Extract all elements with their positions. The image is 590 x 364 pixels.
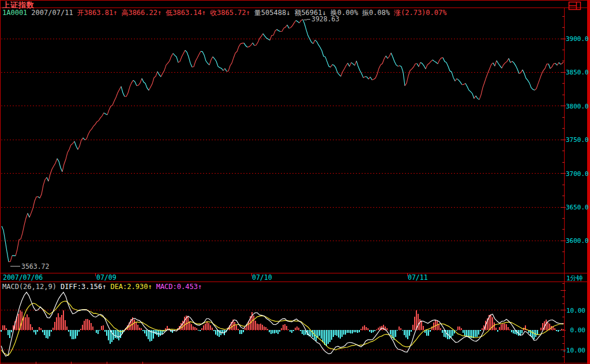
quote-info-field: 涨(2.73)0.07% [394,9,446,17]
macd-bar-negative [475,330,476,337]
macd-header-field: DIFF:3.156↑ [61,283,106,291]
macd-bar-positive [258,324,260,330]
window-layout-icon[interactable] [568,1,582,12]
macd-bar-positive [284,324,285,330]
macd-bar-negative [155,330,156,334]
macd-bar-negative [279,330,280,332]
macd-bar-positive [137,325,138,330]
macd-bar-positive [84,321,85,330]
macd-bar-negative [146,330,147,336]
macd-bar-positive [56,317,57,330]
macd-bar-negative [96,330,97,333]
macd-bar-negative [44,330,45,335]
macd-bar-positive [210,325,211,330]
macd-bar-negative [397,330,398,331]
macd-bar-negative [241,330,242,334]
quote-info-field: 换0.00% [330,9,358,17]
macd-bar-negative [110,330,111,344]
macd-bar-positive [386,328,388,330]
macd-bar-positive [4,325,5,330]
macd-bar-positive [360,329,362,330]
macd-bar-positive [265,327,266,330]
macd-bar-negative [407,330,408,339]
macd-bar-positive [461,328,462,330]
macd-axis-label: 10.00 [566,307,585,314]
macd-bar-positive [283,325,284,330]
macd-bar-positive [457,327,459,330]
macd-bar-negative [293,330,294,331]
macd-bar-negative [142,330,144,331]
macd-bar-negative [106,330,107,336]
macd-bar-negative [291,330,292,333]
macd-bar-positive [6,328,7,330]
y-axis-label: 3600.0 [566,237,589,245]
macd-bar-negative [348,330,350,333]
macd-bar-positive [18,314,19,330]
macd-bar-positive [264,327,265,330]
macd-bar-negative [322,330,324,342]
macd-bar-positive [238,329,239,330]
macd-bar-negative [559,330,561,331]
macd-bar-negative [77,330,78,336]
macd-bar-negative [404,330,405,335]
main-chart-region[interactable] [1,16,563,273]
macd-bar-positive [260,324,261,330]
macd-bar-positive [139,328,140,330]
macd-bar-negative [9,330,10,338]
macd-bar-positive [400,328,401,330]
macd-bar-positive [288,329,289,330]
quote-info-field: 额56961↓ [294,9,326,17]
macd-bar-positive [482,328,483,330]
macd-bar-negative [374,330,375,331]
macd-bar-negative [478,330,479,335]
macd-bar-positive [196,328,197,330]
macd-bar-positive [63,310,64,330]
macd-bar-negative [153,330,154,339]
macd-bar-positive [421,321,422,330]
macd-bar-positive [89,320,90,330]
macd-bar-positive [495,328,497,330]
macd-bar-positive [30,324,31,330]
macd-bar-positive [257,324,258,330]
macd-bar-positive [87,319,88,330]
macd-bar-negative [371,330,372,333]
macd-bar-positive [418,314,419,330]
macd-bar-negative [158,330,159,337]
macd-bar-positive [40,328,42,330]
macd-bar-positive [101,326,102,330]
macd-bar-negative [442,330,443,333]
macd-bar-positive [66,327,67,330]
macd-bar-positive [362,327,363,330]
y-axis-label: 3750.0 [566,136,589,144]
macd-bar-positive [80,329,81,330]
macd-bar-positive [27,314,28,330]
interval-label[interactable]: 1分钟 [566,274,587,283]
y-axis-label: 3650.0 [566,204,589,211]
y-axis-label: 3700.0 [566,170,589,178]
macd-bar-positive [501,324,502,330]
macd-bar-positive [61,315,62,330]
macd-bar-negative [269,330,270,332]
macd-bar-negative [243,330,244,332]
x-axis-date-label: 07/10 [252,273,272,282]
macd-bar-positive [509,329,510,330]
macd-bar-positive [255,321,256,330]
macd-bar-negative [452,330,453,336]
macd-bar-negative [160,330,161,336]
macd-header-field: MACD(26,12,9) [2,283,57,291]
macd-bar-positive [459,327,460,330]
macd-bar-positive [502,324,503,330]
macd-bar-negative [373,330,374,332]
macd-bar-negative [444,330,445,337]
macd-bar-negative [463,330,464,333]
macd-bar-negative [148,330,149,339]
x-axis-date-label: 07/09 [96,273,117,282]
macd-bar-positive [65,320,66,330]
macd-bar-positive [103,325,104,330]
macd-bar-negative [144,330,145,333]
macd-bar-positive [54,322,55,330]
macd-bar-positive [25,317,26,330]
macd-bar-negative [277,330,279,334]
macd-bar-negative [104,330,106,332]
macd-bar-negative [324,330,325,345]
